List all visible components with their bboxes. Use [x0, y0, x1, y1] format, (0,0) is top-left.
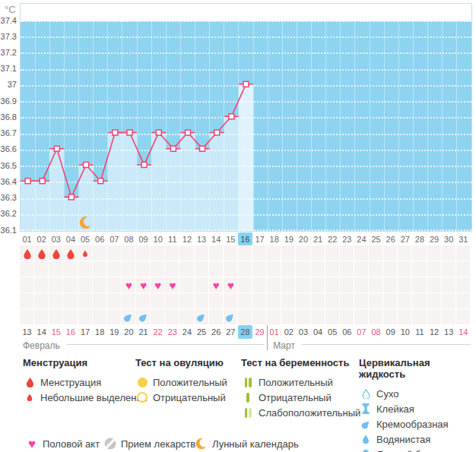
- legend-item: Положительный: [135, 375, 227, 390]
- day-cell[interactable]: 09: [136, 232, 151, 245]
- date-cell[interactable]: 11: [412, 325, 427, 339]
- y-axis-tick: 37.4: [0, 17, 17, 25]
- date-cell[interactable]: 13: [442, 325, 456, 339]
- date-cell[interactable]: 26: [209, 325, 224, 339]
- selected-day-cell[interactable]: 16: [238, 232, 252, 245]
- day-cell[interactable]: 28: [412, 232, 427, 245]
- pregnancy-weak-positive-icon: [241, 408, 255, 418]
- day-cell[interactable]: 05: [78, 232, 93, 245]
- day-cell[interactable]: 02: [34, 232, 49, 245]
- day-cell[interactable]: 13: [195, 232, 209, 245]
- temperature-marker: [170, 146, 176, 151]
- legend-item-label: Положительный: [153, 377, 227, 388]
- day-cell[interactable]: 19: [281, 232, 296, 245]
- menstruation-drop-icon: [66, 248, 75, 259]
- day-cell[interactable]: 15: [224, 232, 238, 245]
- day-cell[interactable]: 20: [296, 232, 310, 245]
- date-cell[interactable]: 05: [325, 325, 340, 339]
- plot-area[interactable]: [20, 3, 472, 232]
- intercourse-heart-icon: ♥: [125, 280, 132, 291]
- day-cell[interactable]: 30: [442, 232, 456, 245]
- day-cell[interactable]: 23: [340, 232, 354, 245]
- month-segment: Февраль: [23, 340, 264, 351]
- date-cell[interactable]: 10: [398, 325, 412, 339]
- selected-date-cell[interactable]: 28: [238, 325, 252, 339]
- date-cell[interactable]: 21: [136, 325, 151, 339]
- day-cell[interactable]: 29: [427, 232, 442, 245]
- legend-item: Небольшие выделения: [23, 390, 148, 405]
- date-cell[interactable]: 12: [427, 325, 442, 339]
- date-cell[interactable]: 22: [151, 325, 165, 339]
- day-cell[interactable]: 11: [165, 232, 179, 245]
- legend-item: Менструация: [23, 375, 148, 390]
- legend-item-label: Сухо: [376, 388, 398, 400]
- menstruation-drop-icon: [52, 248, 60, 259]
- day-cell[interactable]: 03: [49, 232, 63, 245]
- legend-section-title: Тест на овуляцию: [135, 357, 227, 368]
- date-cell[interactable]: 29: [252, 325, 267, 339]
- cycle-day-row: 0102030405060708091011121314151617181920…: [20, 232, 471, 245]
- day-cell[interactable]: 22: [325, 232, 340, 245]
- menstruation-drop-icon: [23, 248, 31, 259]
- date-cell[interactable]: 02: [281, 325, 296, 339]
- date-cell[interactable]: 07: [354, 325, 369, 339]
- day-cell[interactable]: 17: [252, 232, 267, 245]
- fluid-dry-icon: [359, 389, 373, 399]
- date-cell[interactable]: 17: [78, 325, 93, 339]
- y-axis-tick: 37.3: [0, 33, 17, 41]
- day-cell[interactable]: 25: [369, 232, 383, 245]
- day-cell[interactable]: 08: [122, 232, 136, 245]
- day-cell[interactable]: 06: [93, 232, 107, 245]
- date-cell[interactable]: 23: [165, 325, 179, 339]
- legend-item-label: Клейкая: [376, 403, 414, 415]
- y-axis-tick: 37.2: [0, 49, 17, 57]
- day-cell[interactable]: 01: [20, 232, 34, 245]
- date-cell[interactable]: 27: [224, 325, 238, 339]
- legend-item: Положительный: [241, 375, 360, 390]
- day-cell[interactable]: 04: [63, 232, 78, 245]
- medication-pill-icon: [103, 438, 117, 450]
- day-cell[interactable]: 26: [383, 232, 398, 245]
- month-segment: Март: [273, 340, 471, 351]
- date-cell[interactable]: 19: [107, 325, 122, 339]
- temperature-marker: [200, 146, 205, 151]
- date-cell[interactable]: 01: [267, 325, 281, 339]
- date-cell[interactable]: 03: [296, 325, 310, 339]
- event-icon-grid[interactable]: ♥♥♥♥♥♥: [20, 245, 471, 325]
- date-cell[interactable]: 20: [122, 325, 136, 339]
- date-cell[interactable]: 15: [49, 325, 63, 339]
- day-cell[interactable]: 21: [311, 232, 325, 245]
- date-cell[interactable]: 25: [195, 325, 209, 339]
- fluid-watery-icon: [359, 435, 373, 444]
- day-cell[interactable]: 14: [209, 232, 224, 245]
- date-cell[interactable]: 08: [369, 325, 383, 339]
- temperature-marker: [68, 194, 74, 200]
- date-cell[interactable]: 06: [340, 325, 354, 339]
- date-cell[interactable]: 09: [383, 325, 398, 339]
- day-cell[interactable]: 24: [354, 232, 369, 245]
- date-cell[interactable]: 24: [179, 325, 194, 339]
- y-axis-tick: 36.8: [0, 113, 17, 122]
- date-cell[interactable]: 14: [34, 325, 49, 339]
- day-cell[interactable]: 07: [107, 232, 122, 245]
- date-cell[interactable]: 14: [456, 325, 471, 339]
- date-cell[interactable]: 13: [20, 325, 34, 339]
- month-label: Март: [273, 340, 295, 351]
- date-cell[interactable]: 18: [93, 325, 107, 339]
- legend-section: Тест на овуляциюПоложительныйОтрицательн…: [135, 357, 227, 405]
- legend-item-label: Отрицательный: [259, 392, 332, 403]
- legend-item: Прием лекарств: [103, 436, 195, 451]
- day-cell[interactable]: 12: [179, 232, 194, 245]
- legend-item-label: Небольшие выделения: [40, 392, 148, 403]
- day-cell[interactable]: 31: [456, 232, 471, 245]
- y-axis-tick: 36.6: [0, 145, 17, 153]
- date-cell[interactable]: 04: [311, 325, 325, 339]
- day-cell[interactable]: 18: [267, 232, 281, 245]
- day-cell[interactable]: 10: [151, 232, 165, 245]
- date-cell[interactable]: 16: [63, 325, 78, 339]
- menstruation-drop-icon: [37, 248, 46, 259]
- day-cell[interactable]: 27: [398, 232, 412, 245]
- legend-item-label: Прием лекарств: [121, 438, 195, 450]
- legend-item-label: Положительный: [259, 377, 333, 388]
- temperature-marker: [214, 130, 220, 135]
